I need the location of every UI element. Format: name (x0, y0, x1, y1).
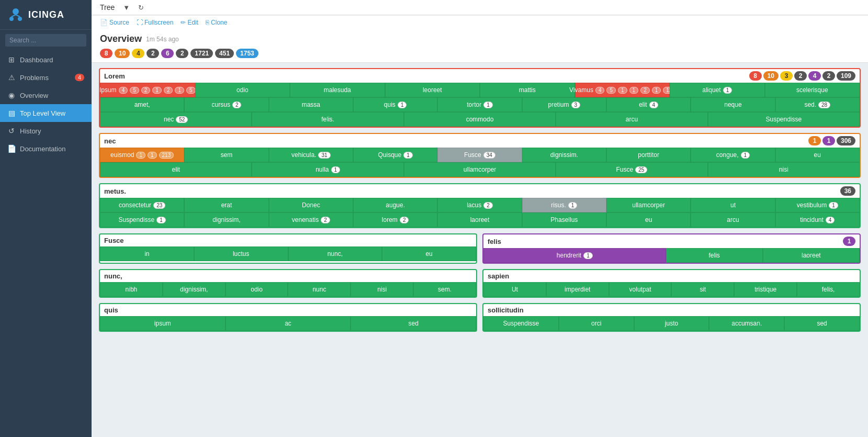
tile-erat[interactable]: erat (184, 198, 268, 212)
tile-suspendisse-metus[interactable]: Suspendisse1 (100, 212, 184, 227)
tile-sit[interactable]: sit (671, 282, 734, 297)
tile-nunc-comma[interactable]: nunc, (288, 246, 382, 261)
tile-vivamus[interactable]: Vivamus 4 5 1 1 2 1 12 (575, 83, 670, 97)
tile-nisi[interactable]: nisi (708, 162, 860, 177)
tile-vestibulum[interactable]: vestibulum1 (775, 198, 860, 212)
tile-eu-fusce[interactable]: eu (382, 246, 476, 261)
source-link[interactable]: 📄Source (100, 19, 129, 26)
tile-felis-child[interactable]: felis (666, 248, 763, 263)
tile-arcu[interactable]: arcu (556, 112, 707, 127)
tile-malesuda[interactable]: malesuda (290, 83, 385, 97)
edit-link[interactable]: ✏Edit (181, 19, 198, 26)
tile-in[interactable]: in (100, 246, 194, 261)
tile-nec[interactable]: nec52 (100, 112, 252, 127)
tile-aliquet[interactable]: aliquet 1 (670, 83, 765, 97)
sidebar-item-overview[interactable]: ◉ Overview (0, 86, 92, 104)
sidebar-item-problems[interactable]: ⚠ Problems 4 (0, 69, 92, 86)
tile-risus[interactable]: risus.1 (522, 198, 606, 212)
refresh-button[interactable]: ↻ (138, 4, 144, 12)
tile-neque[interactable]: neque (691, 97, 775, 112)
tile-sed-sol[interactable]: sed (784, 316, 860, 331)
tile-vehicula[interactable]: vehicula.31 (269, 148, 353, 162)
tile-dignissim-dot[interactable]: dignissim. (522, 148, 606, 162)
search-input[interactable] (5, 34, 86, 47)
tile-laoreet-metus[interactable]: laoreet (437, 212, 522, 227)
tile-ipsum-quis[interactable]: ipsum (100, 316, 226, 331)
tile-consectetur[interactable]: consectetur23 (100, 198, 184, 212)
tile-ut[interactable]: ut (691, 198, 775, 212)
tile-elit-lorem[interactable]: elit4 (606, 97, 691, 112)
tile-dignissim-nunc[interactable]: dignissim, (163, 282, 226, 297)
tile-nibh[interactable]: nibh (100, 282, 163, 297)
tile-ut[interactable]: Ut (483, 282, 546, 297)
tile-nisi-nunc[interactable]: nisi (351, 282, 413, 297)
tile-felis-dot[interactable]: felis. (252, 112, 403, 127)
tile-fusce-34[interactable]: Fusce34 (437, 148, 522, 162)
tile-tristique[interactable]: tristique (734, 282, 797, 297)
tile-arcu-metus[interactable]: arcu (691, 212, 775, 227)
tile-eu-metus[interactable]: eu (606, 212, 691, 227)
tile-venenatis[interactable]: venenatis2 (269, 212, 353, 227)
tile-lacus[interactable]: lacus2 (437, 198, 522, 212)
tile-suspendisse-lorem[interactable]: Suspendisse (708, 112, 860, 127)
lorem-badge-109: 109 (837, 71, 855, 81)
tile-ac[interactable]: ac (226, 316, 351, 331)
tile-leoreet[interactable]: leoreet (385, 83, 480, 97)
tile-elit-nec[interactable]: elit (100, 162, 252, 177)
tile-porttitor[interactable]: porttitor (606, 148, 691, 162)
tile-justo[interactable]: justo (634, 316, 709, 331)
tile-odio[interactable]: odio (195, 83, 290, 97)
tile-amet[interactable]: amet, (100, 97, 184, 112)
tile-sem-dot[interactable]: sem. (413, 282, 476, 297)
sidebar-item-toplevelview[interactable]: ▤ Top Level View (0, 104, 92, 122)
tile-odio-nunc[interactable]: odio (226, 282, 288, 297)
tile-accumsan[interactable]: accumsan. (709, 316, 784, 331)
tile-fusce-25[interactable]: Fusce25 (556, 162, 707, 177)
tile-nunc-child[interactable]: nunc (288, 282, 351, 297)
tile-orci[interactable]: orci (559, 316, 634, 331)
tile-tincidunt[interactable]: tincidunt4 (775, 212, 860, 227)
tile-ipsum[interactable]: Ipsum 4 5 2 1 2 1 5 (100, 83, 195, 97)
tile-ullamcorper-metus[interactable]: ullamcorper (606, 198, 691, 212)
sidebar-item-documentation[interactable]: 📄 Documentation (0, 140, 92, 158)
tile-cursus[interactable]: cursus2 (184, 97, 268, 112)
tile-donec[interactable]: Donec (269, 198, 353, 212)
tile-sem[interactable]: sem (184, 148, 268, 162)
tile-dignissim-metus[interactable]: dignissim, (184, 212, 268, 227)
tile-luctus[interactable]: luctus (194, 246, 288, 261)
tile-lorem[interactable]: lorem2 (353, 212, 437, 227)
tile-nulla[interactable]: nulla1 (252, 162, 403, 177)
tile-scelerisque[interactable]: scelerisque (765, 83, 860, 97)
tile-commodo[interactable]: commodo (404, 112, 556, 127)
tile-felis-comma[interactable]: felis, (797, 282, 860, 297)
tile-pretium[interactable]: pretium3 (522, 97, 606, 112)
tile-hendrerit[interactable]: hendrerit1 (483, 248, 666, 263)
row-nunc-sapien: nunc, nibh dignissim, odio nunc nisi sem… (99, 269, 861, 303)
tile-mattis[interactable]: mattis (480, 83, 575, 97)
tile-suspendisse-sol[interactable]: Suspendisse (483, 316, 559, 331)
tile-euismod[interactable]: euismod 1 1 213 (100, 148, 184, 162)
tile-massa[interactable]: massa (269, 97, 353, 112)
group-felis: felis 1 hendrerit1 felis laoreet (482, 233, 861, 264)
fullscreen-link[interactable]: ⛶Fullscreen (137, 19, 173, 26)
tile-sed-quis[interactable]: sed (351, 316, 476, 331)
svg-line-4 (16, 15, 20, 17)
tile-quisque[interactable]: Quisque1 (353, 148, 437, 162)
tile-eu-nec[interactable]: eu (775, 148, 860, 162)
tile-sed-dot[interactable]: sed.28 (775, 97, 860, 112)
tile-augue[interactable]: augue. (353, 198, 437, 212)
tile-laoreet-felis[interactable]: laoreet (763, 248, 860, 263)
clone-link[interactable]: ⎘Clone (206, 19, 227, 26)
lorem-badge-3: 3 (780, 71, 793, 81)
tile-tortor[interactable]: tortor1 (437, 97, 522, 112)
sidebar-item-dashboard[interactable]: ⊞ Dashboard (0, 51, 92, 69)
tree-dropdown-button[interactable]: ▼ (123, 4, 130, 12)
tile-congue[interactable]: congue,1 (691, 148, 775, 162)
tile-ullamcorper-nec[interactable]: ullamcorper (404, 162, 556, 177)
group-sollicitudin: sollicitudin Suspendisse orci justo accu… (482, 303, 861, 332)
sidebar-item-history[interactable]: ↺ History (0, 122, 92, 140)
tile-phasellus[interactable]: Phasellus (522, 212, 606, 227)
tile-quis[interactable]: quis1 (353, 97, 437, 112)
tile-volutpat[interactable]: volutpat (609, 282, 672, 297)
tile-imperdiet[interactable]: imperdiet (546, 282, 609, 297)
